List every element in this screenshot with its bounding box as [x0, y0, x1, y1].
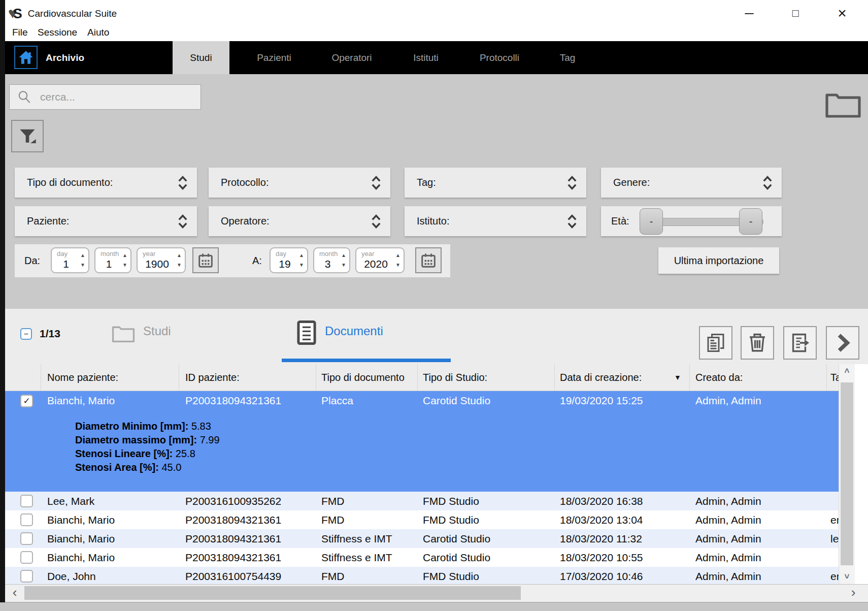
delete-button[interactable]	[741, 326, 774, 360]
table-row[interactable]: Bianchi, Mario P200318094321361 FMD FMD …	[5, 510, 839, 529]
dropdown-operatore[interactable]: Operatore:	[209, 206, 390, 236]
measurement-line: Stenosi Area [%]: 45.0	[75, 461, 839, 474]
date-from-year-spinner[interactable]: year 1900 ▲ ▼	[137, 247, 186, 273]
last-import-button[interactable]: Ultima importazione	[658, 247, 779, 274]
scroll-left-icon[interactable]: ‹	[6, 585, 23, 601]
age-slider-handle-max[interactable]: -	[739, 208, 762, 235]
close-button[interactable]: ×	[831, 4, 853, 22]
row-checkbox[interactable]	[20, 495, 33, 507]
copy-document-button[interactable]	[699, 326, 732, 360]
spin-up-icon[interactable]: ▲	[395, 253, 400, 258]
cell-id: P200318094321361	[185, 510, 281, 529]
row-checkbox[interactable]	[20, 513, 33, 526]
cell-tipo-studio: FMD Studio	[423, 567, 479, 584]
tab-operatori[interactable]: Operatori	[314, 41, 390, 74]
menu-sessione[interactable]: Sessione	[38, 27, 77, 38]
spinner-value: 1	[95, 258, 122, 270]
cell-creato-da: Admin, Admin	[695, 492, 761, 510]
table-row[interactable]: Bianchi, Mario P200318094321361 Stiffnes…	[5, 548, 839, 567]
spin-down-icon[interactable]: ▼	[395, 263, 400, 268]
tab-istituti[interactable]: Istituti	[396, 41, 456, 74]
spin-up-icon[interactable]: ▲	[299, 253, 304, 258]
table-row[interactable]: Doe, John P200316100754439 FMD FMD Studi…	[5, 567, 839, 584]
dropdown-label: Genere:	[613, 177, 761, 188]
spin-down-icon[interactable]: ▼	[299, 263, 304, 268]
active-tab-indicator	[282, 359, 451, 362]
tab-protocolli[interactable]: Protocolli	[461, 41, 538, 74]
cell-creato-da: Admin, Admin	[695, 391, 761, 410]
vertical-scrollbar-thumb[interactable]	[841, 382, 853, 565]
home-icon	[18, 49, 34, 66]
date-to-day-spinner[interactable]: day 19 ▲ ▼	[270, 247, 308, 273]
row-checkbox[interactable]	[20, 532, 33, 545]
spin-up-icon[interactable]: ▲	[122, 253, 127, 258]
column-header-data-creazione[interactable]: Data di creazione:	[560, 364, 642, 391]
column-header-tipo-documento[interactable]: Tipo di documento	[321, 364, 405, 391]
results-tab-documenti[interactable]: Documenti	[296, 318, 418, 348]
dropdown-istituto[interactable]: Istituto:	[405, 206, 586, 236]
dropdown-paziente[interactable]: Paziente:	[15, 206, 197, 236]
date-from-day-spinner[interactable]: day 1 ▲ ▼	[51, 247, 89, 273]
column-header-id[interactable]: ID paziente:	[185, 364, 240, 391]
menu-aiuto[interactable]: Aiuto	[87, 27, 109, 38]
scroll-down-icon[interactable]: ˅	[839, 572, 855, 582]
next-page-button[interactable]	[826, 326, 859, 360]
dropdown-label: Tipo di documento:	[27, 177, 177, 188]
tab-pazienti[interactable]: Pazienti	[239, 41, 310, 74]
column-header-creato-da[interactable]: Creato da:	[695, 364, 743, 391]
date-from-calendar-button[interactable]	[192, 247, 219, 273]
row-checkbox[interactable]	[20, 551, 33, 564]
minimize-button[interactable]: ─	[739, 4, 760, 22]
vertical-scrollbar[interactable]: ˄ ˅	[839, 364, 855, 584]
scroll-up-icon[interactable]: ˄	[839, 366, 855, 376]
table-row[interactable]: Lee, Mark P200316100935262 FMD FMD Studi…	[5, 492, 839, 510]
menu-file[interactable]: File	[12, 27, 28, 38]
sort-desc-icon[interactable]: ▼	[674, 364, 681, 391]
search-input[interactable]	[39, 90, 201, 104]
horizontal-scrollbar[interactable]: ‹ ›	[5, 584, 868, 601]
dropdown-genere[interactable]: Genere:	[601, 168, 782, 198]
cell-nome: Bianchi, Mario	[47, 529, 115, 548]
export-button[interactable]	[783, 326, 817, 360]
date-from-month-spinner[interactable]: month 1 ▲ ▼	[94, 247, 131, 273]
spin-up-icon[interactable]: ▲	[341, 253, 346, 258]
logo-s-glyph: S	[13, 6, 22, 22]
tab-studi[interactable]: Studi	[173, 41, 229, 74]
scroll-right-icon[interactable]: ›	[845, 585, 862, 601]
results-tab-studi[interactable]: Studi	[112, 320, 213, 348]
open-folder-button[interactable]	[822, 89, 864, 121]
dropdown-tipo-documento[interactable]: Tipo di documento:	[15, 168, 197, 198]
tab-tag[interactable]: Tag	[544, 41, 591, 74]
maximize-button[interactable]: □	[785, 4, 806, 22]
spinner-unit: year	[143, 250, 155, 258]
calendar-icon	[197, 252, 214, 269]
column-divider	[41, 364, 41, 391]
filter-toggle-button[interactable]	[11, 120, 44, 152]
home-button[interactable]	[14, 46, 38, 69]
row-checkbox[interactable]	[20, 570, 33, 583]
cell-nome: Bianchi, Mario	[47, 391, 115, 410]
spin-down-icon[interactable]: ▼	[122, 263, 127, 268]
age-slider-handle-min[interactable]: -	[640, 208, 663, 235]
table-row[interactable]: Bianchi, Mario P200318094321361 Stiffnes…	[5, 529, 839, 548]
copy-icon	[705, 332, 726, 353]
table-row-selected[interactable]: ✓ Bianchi, Mario P200318094321361 Placca…	[5, 391, 839, 492]
column-header-nome[interactable]: Nome paziente:	[47, 364, 118, 391]
collapse-toggle[interactable]: −	[20, 328, 32, 340]
row-checkbox-checked[interactable]: ✓	[20, 395, 33, 407]
horizontal-scrollbar-thumb[interactable]	[24, 586, 521, 600]
spin-down-icon[interactable]: ▼	[80, 263, 85, 268]
spin-up-icon[interactable]: ▲	[80, 253, 85, 258]
spinner-unit: month	[319, 250, 338, 258]
spin-up-icon[interactable]: ▲	[177, 253, 182, 258]
date-to-calendar-button[interactable]	[415, 247, 442, 273]
row-main-line: ✓ Bianchi, Mario P200318094321361 Placca…	[5, 391, 839, 410]
date-to-month-spinner[interactable]: month 3 ▲ ▼	[313, 247, 350, 273]
spin-down-icon[interactable]: ▼	[177, 263, 182, 268]
dropdown-protocollo[interactable]: Protocollo:	[209, 168, 390, 198]
spin-down-icon[interactable]: ▼	[341, 263, 346, 268]
date-to-year-spinner[interactable]: year 2020 ▲ ▼	[355, 247, 405, 273]
dropdown-tag[interactable]: Tag:	[405, 168, 586, 198]
column-header-tipo-studio[interactable]: Tipo di Studio:	[423, 364, 487, 391]
column-header-tag[interactable]: Tag	[830, 364, 839, 391]
